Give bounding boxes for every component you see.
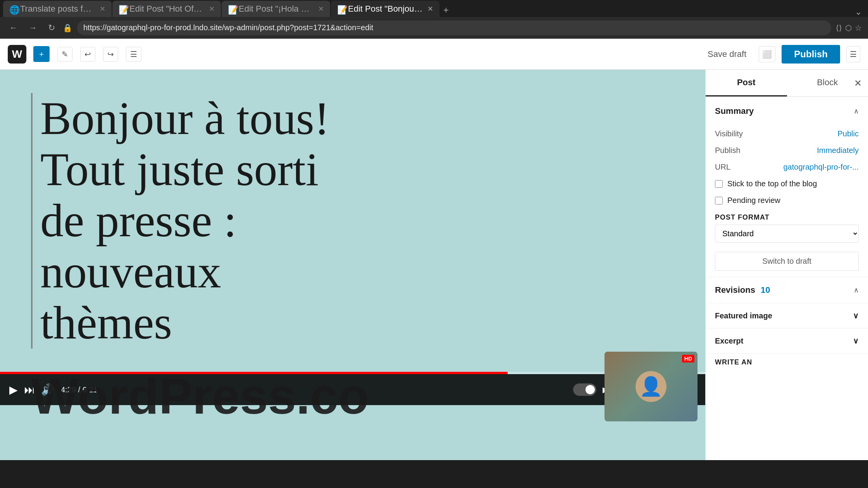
browser-tab-1[interactable]: 🌐 Translate posts for Polylang (G... ✕ [3, 1, 112, 17]
redo-button[interactable]: ↪ [103, 47, 118, 62]
url-row: ← → ↻ 🔒 ⟨⟩ ⬡ ☆ [0, 17, 868, 39]
browser-tab-2[interactable]: 📝 Edit Post "Hot Off the Press: N... ✕ [112, 1, 221, 17]
tools-button[interactable]: ✎ [57, 47, 72, 62]
sidebar-close-button[interactable]: ✕ [854, 78, 862, 89]
summary-section: Summary ∧ Visibility Public Publish Imme… [706, 97, 868, 277]
hd-badge: HD [682, 355, 694, 363]
publish-button[interactable]: Publish [782, 45, 840, 64]
back-button[interactable]: ← [6, 21, 21, 34]
publish-label: Publish [715, 146, 741, 155]
watermark-text: WordPress.co [31, 367, 369, 425]
main-layout: Bonjour à tous! Tout juste sorti de pres… [0, 70, 868, 460]
featured-image-label: Featured image [715, 311, 772, 320]
post-title-line5: thèmes [40, 297, 172, 349]
pending-review-label: Pending review [727, 196, 780, 205]
forward-button[interactable]: → [26, 21, 40, 34]
url-row-sidebar: URL gatographql-pro-for-... [706, 159, 868, 175]
url-bar[interactable] [77, 21, 831, 35]
video-progress-bar-fill [0, 372, 508, 374]
tab-icon-4: 📝 [337, 5, 345, 13]
excerpt-section[interactable]: Excerpt ∨ [706, 328, 868, 354]
summary-chevron-icon: ∧ [854, 107, 859, 115]
revisions-count: 10 [761, 285, 770, 295]
security-icon: 🔒 [63, 23, 72, 33]
visibility-value[interactable]: Public [838, 129, 859, 138]
pending-review-checkbox[interactable] [715, 197, 723, 204]
extensions-icon: ⬡ [845, 23, 852, 33]
url-label: URL [715, 163, 730, 172]
featured-image-chevron-icon: ∨ [853, 311, 859, 320]
autoplay-toggle[interactable] [573, 383, 596, 396]
tab-close-3[interactable]: ✕ [318, 5, 324, 13]
stick-to-top-row: Stick to the top of the blog [706, 175, 868, 192]
video-progress-bar-background[interactable] [0, 372, 705, 374]
code-icon: ⟨⟩ [836, 23, 842, 33]
post-format-label: POST FORMAT [706, 209, 868, 225]
summary-section-header[interactable]: Summary ∧ [706, 97, 868, 125]
tab-close-4[interactable]: ✕ [427, 5, 433, 13]
visibility-label: Visibility [715, 129, 743, 138]
browser-tabs: 🌐 Translate posts for Polylang (G... ✕ 📝… [0, 0, 868, 17]
add-block-button[interactable]: ＋ [33, 46, 50, 62]
browser-tab-3[interactable]: 📝 Edit Post "¡Hola a todos! Recién... ✕ [222, 1, 330, 17]
stick-to-top-label: Stick to the top of the blog [727, 179, 817, 188]
pip-avatar: 👤 [636, 371, 666, 402]
wp-admin-right: Save draft ⬜ Publish ☰ [701, 45, 860, 64]
tab-icon-2: 📝 [119, 5, 126, 13]
summary-title: Summary [715, 106, 754, 116]
sidebar-tabs: Post Block ✕ [706, 70, 868, 97]
tab-label-1: Translate posts for Polylang (G... [20, 4, 95, 14]
undo-button[interactable]: ↩ [80, 47, 95, 62]
pending-review-row: Pending review [706, 192, 868, 209]
post-title-line1: Bonjour à tous! [40, 93, 330, 144]
preview-button[interactable]: ⬜ [759, 46, 775, 62]
editor-area[interactable]: Bonjour à tous! Tout juste sorti de pres… [0, 70, 705, 460]
tab-icon-1: 🌐 [9, 5, 17, 13]
post-title-line2: Tout juste sorti [40, 144, 319, 195]
tab-post[interactable]: Post [706, 70, 787, 96]
reload-button[interactable]: ↻ [45, 21, 58, 34]
play-button[interactable]: ▶ [9, 383, 18, 396]
save-draft-button[interactable]: Save draft [701, 46, 753, 62]
tab-close-2[interactable]: ✕ [209, 5, 215, 13]
post-title-line3: de presse : [40, 195, 236, 246]
stick-to-top-checkbox[interactable] [715, 180, 723, 188]
post-title[interactable]: Bonjour à tous! Tout juste sorti de pres… [40, 93, 674, 349]
visibility-row: Visibility Public [706, 125, 868, 142]
list-view-button[interactable]: ☰ [126, 47, 141, 62]
tab-close-1[interactable]: ✕ [100, 5, 105, 13]
post-title-line4: nouveaux [40, 246, 221, 297]
toggle-knob [586, 385, 595, 394]
post-format-select[interactable]: Standard Aside Image Video Quote Link Ga… [715, 225, 859, 242]
sidebar: Post Block ✕ Summary ∧ Visibility Public… [705, 70, 868, 460]
featured-image-section[interactable]: Featured image ∨ [706, 303, 868, 328]
wp-logo-icon: W [12, 48, 22, 60]
tab-label-4: Edit Post "Bonjour à tous! Tout... [348, 4, 423, 14]
tab-label-3: Edit Post "¡Hola a todos! Recién... [239, 4, 313, 14]
publish-row: Publish Immediately [706, 142, 868, 159]
browser-tab-4[interactable]: 📝 Edit Post "Bonjour à tous! Tout... ✕ [331, 1, 439, 17]
write-an-label: WRITE AN [706, 354, 868, 369]
switch-to-draft-button[interactable]: Switch to draft [715, 252, 859, 271]
browser-actions: ⟨⟩ ⬡ ☆ [836, 23, 862, 33]
url-value[interactable]: gatographql-pro-for-... [783, 163, 859, 172]
sidebar-toggle-button[interactable]: ☰ [846, 46, 860, 62]
revisions-section: Revisions 10 ∧ [706, 277, 868, 303]
excerpt-chevron-icon: ∨ [853, 336, 859, 345]
publish-value[interactable]: Immediately [817, 146, 859, 155]
editor-content: Bonjour à tous! Tout juste sorti de pres… [0, 70, 705, 372]
wp-admin-bar: W ＋ ✎ ↩ ↪ ☰ Save draft ⬜ Publish ☰ [0, 39, 868, 70]
tab-label-2: Edit Post "Hot Off the Press: N... [129, 4, 204, 14]
new-tab-button[interactable]: + [440, 3, 452, 17]
wp-logo[interactable]: W [8, 45, 26, 64]
bookmark-icon: ☆ [855, 23, 862, 33]
excerpt-label: Excerpt [715, 337, 743, 345]
tab-icon-3: 📝 [228, 5, 236, 13]
revisions-chevron-icon: ∧ [854, 286, 859, 294]
revisions-title: Revisions 10 [715, 285, 770, 295]
post-title-container[interactable]: Bonjour à tous! Tout juste sorti de pres… [31, 93, 674, 349]
tab-bar-overflow: ⌄ [855, 7, 865, 17]
revisions-section-header[interactable]: Revisions 10 ∧ [706, 277, 868, 303]
video-pip: 👤 HD [604, 352, 698, 421]
sidebar-body[interactable]: Summary ∧ Visibility Public Publish Imme… [706, 97, 868, 460]
